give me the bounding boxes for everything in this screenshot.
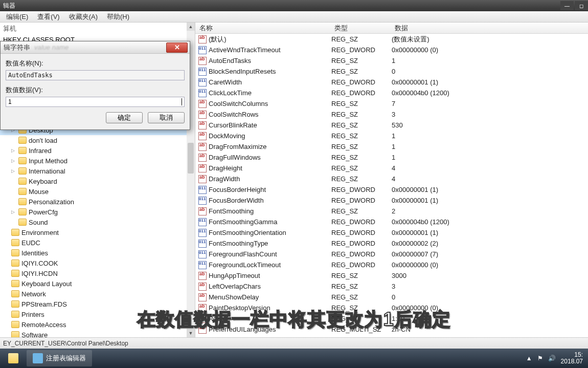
value-type: REG_SZ: [331, 100, 392, 107]
tree-item[interactable]: Personalization: [0, 197, 187, 207]
tree-item[interactable]: ▷Infrared: [0, 145, 187, 156]
list-row[interactable]: DragHeightREG_SZ4: [195, 163, 588, 174]
list-row[interactable]: FontSmoothingOrientationREG_DWORD0x00000…: [195, 227, 588, 238]
minimize-button[interactable]: —: [560, 1, 574, 10]
tree-item[interactable]: Identities: [0, 248, 187, 258]
cancel-button[interactable]: 取消: [148, 112, 185, 123]
value-name: PaintDesktopVersion: [209, 304, 331, 312]
regedit-icon: [33, 353, 43, 363]
tree-item[interactable]: Keyboard Layout: [0, 278, 187, 289]
list-row[interactable]: ForegroundFlashCountREG_DWORD0x00000007 …: [195, 249, 588, 259]
list-row[interactable]: FontSmoothingREG_SZ2: [195, 206, 588, 217]
tree-item[interactable]: Network: [0, 289, 187, 299]
tree-item[interactable]: Sound: [0, 217, 187, 227]
list-row[interactable]: AutoEndTasksREG_SZ1: [195, 55, 588, 66]
taskbar-explorer[interactable]: [2, 350, 25, 366]
tree-item[interactable]: Keyboard: [0, 176, 187, 186]
list-row[interactable]: FontSmoothingGammaREG_DWORD0x000004b0 (1…: [195, 217, 588, 227]
folder-icon: [11, 280, 19, 287]
tree-item[interactable]: ▷International: [0, 166, 187, 176]
value-name: FontSmoothingGamma: [209, 218, 331, 226]
tree-item[interactable]: Environment: [0, 227, 187, 237]
value-type: REG_DWORD: [331, 261, 392, 269]
value-data-field[interactable]: [6, 97, 185, 107]
menu-edit[interactable]: 编辑(E): [2, 11, 32, 23]
tree-item[interactable]: Printers: [0, 309, 187, 319]
tree-item[interactable]: don't load: [0, 135, 187, 145]
value-type: REG_DWORD: [331, 197, 392, 204]
menu-help[interactable]: 帮助(H): [103, 11, 133, 23]
expand-icon[interactable]: ▷: [11, 148, 16, 153]
tree-item-label: don't load: [29, 137, 57, 144]
tree-item[interactable]: PPStream.FDS: [0, 299, 187, 309]
scroll-thumb[interactable]: [188, 143, 194, 174]
tray-up-icon[interactable]: ▲: [526, 355, 532, 362]
list-row[interactable]: ForegroundLockTimeoutREG_DWORD0x00000000…: [195, 259, 588, 270]
list-row[interactable]: ClickLockTimeREG_DWORD0x000004b0 (1200): [195, 88, 588, 98]
list-row[interactable]: PopgrfREG_SZ1:10: [195, 313, 588, 324]
menu-view[interactable]: 查看(V): [33, 11, 63, 23]
menu-favorites[interactable]: 收藏夹(A): [65, 11, 102, 23]
expand-icon[interactable]: ▷: [11, 168, 16, 174]
list-row[interactable]: CoolSwitchRowsREG_SZ3: [195, 109, 588, 120]
expand-icon[interactable]: ▷: [11, 158, 16, 163]
list-row[interactable]: CursorBlinkRateREG_SZ530: [195, 120, 588, 131]
list-row[interactable]: ActiveWndTrackTimeoutREG_DWORD0x00000000…: [195, 45, 588, 55]
tree-computer-label[interactable]: 算机: [0, 23, 195, 35]
scroll-down-arrow[interactable]: ▼: [187, 329, 195, 337]
col-type-header[interactable]: 类型: [330, 24, 391, 33]
expand-icon[interactable]: ▷: [11, 209, 16, 214]
maximize-button[interactable]: ◻: [575, 1, 588, 10]
list-row[interactable]: FontSmoothingTypeREG_DWORD0x00000002 (2): [195, 238, 588, 249]
list-row[interactable]: DragWidthREG_SZ4: [195, 174, 588, 184]
tree-item[interactable]: Software: [0, 330, 187, 337]
list-row[interactable]: LeftOverlapCharsREG_SZ3: [195, 281, 588, 292]
col-name-header[interactable]: 名称: [195, 24, 330, 33]
list-row[interactable]: (默认)REG_SZ(数值未设置): [195, 34, 588, 45]
list-row[interactable]: CaretWidthREG_DWORD0x00000001 (1): [195, 77, 588, 88]
tree-item[interactable]: EUDC: [0, 237, 187, 248]
list-row[interactable]: BlockSendInputResetsREG_SZ0: [195, 66, 588, 77]
tree-item[interactable]: IQIYI.HCDN: [0, 268, 187, 278]
value-name: (默认): [209, 35, 331, 44]
folder-icon: [11, 249, 19, 256]
dialog-titlebar[interactable]: 辑字符串 value name ✕: [1, 41, 190, 54]
taskbar-regedit[interactable]: 注册表编辑器: [27, 350, 92, 366]
list-row[interactable]: FocusBorderWidthREG_DWORD0x00000001 (1): [195, 195, 588, 206]
tree-item[interactable]: RemoteAccess: [0, 319, 187, 330]
tray-volume-icon[interactable]: 🔊: [548, 355, 556, 362]
value-type: REG_SZ: [331, 293, 392, 301]
scroll-up-arrow[interactable]: ▲: [187, 23, 195, 31]
tray-date[interactable]: 2018.07: [561, 358, 583, 365]
list-row[interactable]: DragFromMaximizeREG_SZ1: [195, 141, 588, 152]
tray-flag-icon[interactable]: ⚑: [537, 355, 543, 362]
tree-item-label: IQIYI.COOK: [21, 259, 58, 267]
folder-icon: [11, 331, 19, 337]
value-type: REG_SZ: [331, 283, 392, 290]
value-data: 0x00000000 (0): [392, 304, 588, 312]
folder-icon: [18, 147, 27, 154]
dialog-close-button[interactable]: ✕: [166, 42, 188, 53]
value-type: REG_DWORD: [331, 78, 392, 86]
col-data-header[interactable]: 数据: [391, 24, 588, 33]
list-row[interactable]: FocusBorderHeightREG_DWORD0x00000001 (1): [195, 184, 588, 195]
list-row[interactable]: CoolSwitchColumnsREG_SZ7: [195, 98, 588, 109]
tree-item[interactable]: ▷Input Method: [0, 156, 187, 166]
list-row[interactable]: HungAppTimeoutREG_SZ3000: [195, 270, 588, 281]
tree-item[interactable]: Mouse: [0, 186, 187, 197]
list-row[interactable]: PaintDesktopVersionREG_SZ0x00000000 (0): [195, 302, 588, 313]
list-row[interactable]: DragFullWindowsREG_SZ1: [195, 152, 588, 163]
list-row[interactable]: DockMovingREG_SZ1: [195, 131, 588, 141]
string-value-icon: [198, 293, 207, 301]
list-row[interactable]: PreferredUILanguagesREG_MULTI_SZzh-CN: [195, 324, 588, 335]
string-value-icon: [198, 154, 207, 162]
value-data: 0x00000002 (2): [392, 240, 588, 247]
value-data: 1: [392, 154, 588, 161]
value-data-input[interactable]: [8, 98, 171, 106]
ok-button[interactable]: 确定: [106, 112, 143, 123]
folder-icon: [11, 270, 19, 277]
tree-item[interactable]: IQIYI.COOK: [0, 258, 187, 268]
tree-item[interactable]: ▷PowerCfg: [0, 207, 187, 217]
registry-values-pane: 名称 类型 数据 (默认)REG_SZ(数值未设置)ActiveWndTrack…: [195, 23, 588, 337]
list-row[interactable]: MenuShowDelayREG_SZ0: [195, 292, 588, 302]
